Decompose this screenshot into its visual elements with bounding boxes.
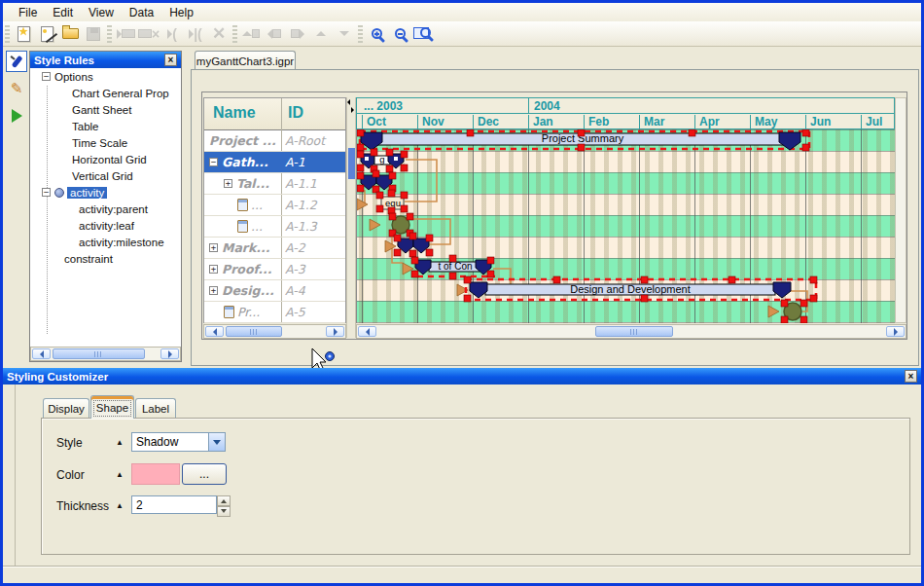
tree-node-options[interactable]: − Options: [30, 68, 181, 85]
activity-proof-of-concept[interactable]: t of Con: [403, 255, 495, 279]
run-button[interactable]: [6, 105, 27, 127]
move-down-button[interactable]: [333, 23, 356, 45]
splitter-handle[interactable]: [348, 148, 355, 179]
menu-data[interactable]: Data: [122, 5, 161, 20]
delete-row-button[interactable]: ×: [137, 23, 160, 45]
tree-node-activity-milestone[interactable]: activity:milestone: [30, 234, 181, 250]
toolbar-grip[interactable]: [358, 25, 363, 43]
scrollbar-thumb[interactable]: [226, 326, 282, 337]
time-scale[interactable]: ... 2003 2004 Oct Nov Dec Jan Feb Mar Ap…: [356, 97, 895, 129]
zoom-in-button[interactable]: [365, 23, 388, 45]
tree-node-vertical-grid[interactable]: Vertical Grid: [30, 167, 181, 184]
table-row[interactable]: + Proof...A-3: [204, 259, 345, 280]
styling-customizer-close-button[interactable]: ×: [905, 370, 917, 383]
tree-node-table[interactable]: Table: [30, 118, 181, 134]
table-row[interactable]: + Mark...A-2: [204, 238, 345, 259]
chart-hscrollbar[interactable]: [356, 324, 906, 339]
collapse-icon[interactable]: −: [209, 158, 218, 166]
activity-design-development[interactable]: Design and Development: [457, 276, 817, 302]
table-row[interactable]: + Desig...A-4: [204, 280, 345, 302]
style-select[interactable]: Shadow: [131, 432, 226, 452]
collapse-icon[interactable]: −: [42, 188, 51, 197]
scroll-left-icon[interactable]: [32, 348, 51, 359]
new-document-button[interactable]: [12, 23, 35, 45]
promote-button[interactable]: [239, 23, 263, 45]
splitter-collapse-right-icon[interactable]: [351, 107, 354, 113]
table-row[interactable]: ...A-1.2: [204, 195, 345, 216]
edit-mode-button[interactable]: ✎: [6, 78, 27, 99]
style-rules-titlebar[interactable]: Style Rules ×: [30, 52, 181, 68]
tree-node-activity[interactable]: − activity: [30, 184, 181, 201]
activity-project-summary[interactable]: Project Summary: [357, 129, 809, 151]
toolbar-grip[interactable]: [5, 25, 10, 43]
menu-edit[interactable]: Edit: [45, 5, 81, 20]
style-rules-close-button[interactable]: ×: [164, 54, 177, 66]
table-row[interactable]: Project ...A-Root: [204, 130, 345, 152]
activity-milestone-1[interactable]: [370, 213, 413, 237]
indent-button[interactable]: [286, 23, 309, 45]
tab-mygantt-chart[interactable]: myGanttChart3.igpr: [195, 51, 296, 70]
scroll-right-icon[interactable]: [886, 326, 905, 337]
tab-shape[interactable]: Shape: [90, 395, 134, 419]
activity-gathering[interactable]: g: [357, 149, 408, 172]
styling-customizer-titlebar[interactable]: Styling Customizer ×: [3, 368, 921, 385]
wizard-button[interactable]: [35, 23, 58, 45]
scroll-left-icon[interactable]: [205, 326, 224, 337]
chart-vscrollbar[interactable]: [895, 97, 906, 323]
tree-node-constraint[interactable]: constraint: [30, 250, 181, 267]
tree-node-activity-leaf[interactable]: activity:leaf: [30, 217, 181, 234]
expand-icon[interactable]: +: [209, 286, 218, 295]
expand-icon[interactable]: +: [209, 243, 218, 252]
table-row[interactable]: + Tal...A-1.1: [204, 173, 345, 195]
column-header-id[interactable]: ID: [288, 104, 303, 122]
spinner-up-icon[interactable]: [217, 495, 231, 506]
move-up-button[interactable]: [309, 23, 333, 45]
style-mode-button[interactable]: [6, 51, 27, 72]
tab-label[interactable]: Label: [135, 398, 176, 418]
zoom-fit-button[interactable]: [411, 23, 435, 45]
toolbar-grip[interactable]: [107, 25, 112, 43]
tree-node-horizontal-grid[interactable]: Horizontal Grid: [30, 151, 181, 167]
insert-activity-button[interactable]: [114, 23, 137, 45]
thickness-input[interactable]: 2: [131, 495, 217, 514]
color-picker-button[interactable]: ...: [182, 463, 227, 485]
gantt-sheet[interactable]: Project Summary g: [356, 129, 895, 323]
tree-node-activity-parent[interactable]: activity:parent: [30, 201, 181, 217]
open-button[interactable]: [58, 23, 82, 45]
thickness-spinner[interactable]: [217, 495, 231, 514]
save-button[interactable]: [82, 23, 105, 45]
color-inherit-marker[interactable]: ▲: [116, 470, 124, 479]
menu-view[interactable]: View: [81, 5, 122, 20]
scroll-right-icon[interactable]: [160, 348, 179, 359]
tree-node-time-scale[interactable]: Time Scale: [30, 134, 181, 151]
zoom-out-button[interactable]: [388, 23, 411, 45]
outdent-button[interactable]: [263, 23, 286, 45]
link-end-button[interactable]: |(: [184, 23, 207, 45]
style-rules-hscrollbar[interactable]: [30, 347, 181, 361]
tab-display[interactable]: Display: [43, 398, 89, 418]
table-chart-splitter[interactable]: [346, 97, 356, 338]
color-swatch[interactable]: [131, 463, 180, 485]
table-row-selected[interactable]: − Gath...A-1: [204, 152, 345, 173]
activity-milestone-2[interactable]: [768, 300, 807, 323]
scroll-left-icon[interactable]: [358, 326, 376, 337]
table-hscrollbar[interactable]: [203, 324, 346, 339]
splitter-collapse-left-icon[interactable]: [347, 99, 350, 105]
spinner-down-icon[interactable]: [217, 506, 231, 517]
tree-node-gantt-sheet[interactable]: Gantt Sheet: [30, 101, 181, 118]
style-inherit-marker[interactable]: ▲: [116, 438, 124, 447]
activity-talk[interactable]: [357, 170, 396, 193]
menu-help[interactable]: Help: [161, 5, 201, 20]
scrollbar-thumb[interactable]: [595, 326, 673, 337]
collapse-icon[interactable]: −: [42, 72, 51, 81]
scroll-right-icon[interactable]: [326, 326, 344, 337]
chevron-down-icon[interactable]: [208, 433, 225, 451]
toolbar-grip[interactable]: [232, 25, 237, 43]
scrollbar-thumb[interactable]: [53, 348, 145, 359]
table-row[interactable]: ...A-1.3: [204, 216, 345, 238]
thickness-inherit-marker[interactable]: ▲: [116, 501, 124, 510]
table-row[interactable]: Pr...A-5: [204, 302, 345, 323]
menu-file[interactable]: File: [11, 5, 45, 20]
column-header-name[interactable]: Name: [213, 104, 256, 122]
expand-icon[interactable]: +: [224, 179, 232, 188]
